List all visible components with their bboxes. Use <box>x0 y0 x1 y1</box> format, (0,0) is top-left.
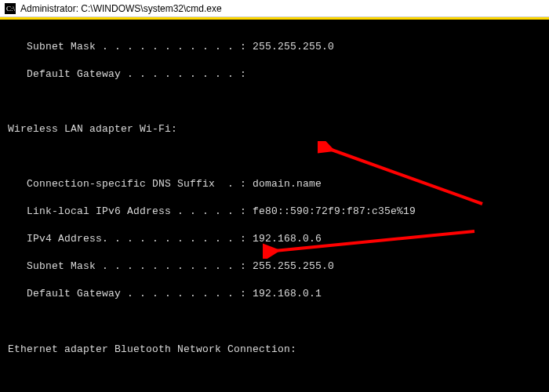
output-line: Ethernet adapter Bluetooth Network Conne… <box>8 343 541 357</box>
output-line: Default Gateway . . . . . . . . . : 192.… <box>8 287 541 301</box>
window-title: Administrator: C:\WINDOWS\system32\cmd.e… <box>20 3 222 14</box>
output-line: Connection-specific DNS Suffix . : domai… <box>8 177 541 191</box>
output-line: IPv4 Address. . . . . . . . . . . : 192.… <box>8 232 541 246</box>
output-line <box>8 314 541 328</box>
output-line <box>8 370 541 384</box>
output-line <box>8 150 541 164</box>
output-line: Subnet Mask . . . . . . . . . . . : 255.… <box>8 260 541 274</box>
output-line: Wireless LAN adapter Wi-Fi: <box>8 122 541 136</box>
window-titlebar: C:\ Administrator: C:\WINDOWS\system32\c… <box>0 0 549 17</box>
output-line: Default Gateway . . . . . . . . . : <box>8 67 541 82</box>
output-line: Link-local IPv6 Address . . . . . : fe80… <box>8 205 541 219</box>
output-line <box>8 95 541 109</box>
cmd-icon: C:\ <box>5 3 16 14</box>
output-line: Subnet Mask . . . . . . . . . . . : 255.… <box>8 40 541 54</box>
svg-text:C:\: C:\ <box>6 5 16 13</box>
terminal-output[interactable]: Subnet Mask . . . . . . . . . . . : 255.… <box>0 20 549 392</box>
